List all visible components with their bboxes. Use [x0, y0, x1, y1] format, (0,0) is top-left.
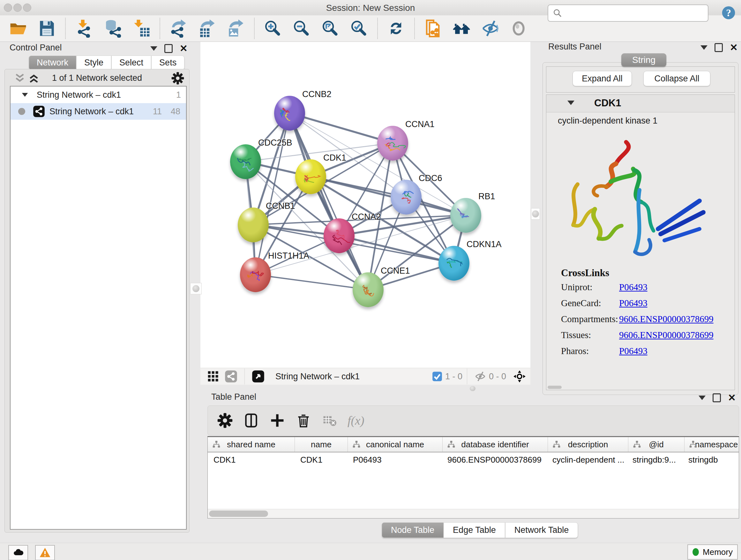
- details-scrollbar[interactable]: [548, 386, 562, 389]
- node-hist1h1a[interactable]: [240, 257, 271, 292]
- delete-table-button[interactable]: [321, 412, 338, 429]
- node-ccne1[interactable]: [353, 272, 384, 307]
- control-panel-close-button[interactable]: ✕: [180, 45, 188, 52]
- hidden-eye-icon[interactable]: [474, 370, 486, 382]
- zoom-fit-icon: [321, 19, 340, 38]
- results-panel-float-button[interactable]: [715, 43, 723, 52]
- string-homes-button[interactable]: [452, 18, 472, 38]
- network-options-gear-icon[interactable]: [172, 72, 184, 84]
- gene-name: CDK1: [594, 98, 621, 109]
- control-panel-menu-button[interactable]: [150, 46, 157, 51]
- zoom-out-button[interactable]: [292, 18, 312, 38]
- tab-node-table[interactable]: Node Table: [382, 522, 444, 538]
- column-header-description[interactable]: description: [548, 437, 628, 452]
- results-panel-menu-button[interactable]: [700, 45, 708, 50]
- delete-column-button[interactable]: [295, 412, 312, 429]
- network-row-selected[interactable]: String Network – cdk1 11 48: [10, 103, 186, 120]
- save-session-button[interactable]: [37, 18, 57, 38]
- collection-expand-icon[interactable]: [22, 93, 28, 97]
- crosslink-link[interactable]: 9606.ENSP00000378699: [619, 314, 714, 324]
- fit-content-crosshair-icon[interactable]: [513, 370, 526, 383]
- expand-all-button[interactable]: Expand All: [572, 71, 632, 86]
- export-image-button[interactable]: [226, 18, 246, 38]
- import-network-database-button[interactable]: [103, 18, 123, 38]
- zoom-in-button[interactable]: [263, 18, 283, 38]
- gene-entry-header[interactable]: CDK1: [546, 95, 735, 112]
- network-canvas[interactable]: CCNB2CCNA1CDC25BCDK1CDC6RB1CCNB1CCNA2CDK…: [200, 42, 530, 368]
- import-network-file-button[interactable]: [74, 18, 94, 38]
- network-collection-row[interactable]: String Network – cdk1 1: [10, 86, 186, 103]
- memory-button[interactable]: Memory: [687, 544, 738, 560]
- collapse-all-button[interactable]: Collapse All: [643, 71, 711, 86]
- column-header-database-identifier[interactable]: database identifier: [443, 437, 548, 452]
- tab-string[interactable]: String: [621, 53, 666, 67]
- show-columns-button[interactable]: [243, 412, 259, 429]
- control-panel-float-button[interactable]: [164, 44, 173, 53]
- zoom-fit-button[interactable]: [320, 18, 340, 38]
- table-options-button[interactable]: [217, 412, 233, 429]
- node-ccnb2[interactable]: [274, 96, 305, 131]
- network-list: String Network – cdk1 1 String Network –…: [10, 86, 187, 530]
- network-selection-status: 1 of 1 Network selected: [5, 73, 189, 83]
- folder-open-icon: [9, 19, 27, 38]
- create-column-button[interactable]: [269, 412, 286, 429]
- tab-select[interactable]: Select: [111, 56, 151, 70]
- left-splitter-handle[interactable]: [190, 283, 202, 294]
- bottom-splitter-handle[interactable]: [467, 386, 478, 391]
- column-header-shared-name[interactable]: shared name: [208, 437, 295, 452]
- column-header-canonical-name[interactable]: canonical name: [348, 437, 443, 452]
- node-ccnb1[interactable]: [238, 207, 269, 242]
- table-row[interactable]: CDK1CDK1P064939606.ENSP00000378699cyclin…: [208, 452, 739, 467]
- node-cdk1[interactable]: [295, 159, 326, 194]
- grid-view-icon[interactable]: [207, 370, 219, 383]
- tab-sets[interactable]: Sets: [151, 56, 185, 70]
- column-header--id[interactable]: @id: [628, 437, 684, 452]
- share-view-icon[interactable]: [225, 370, 238, 383]
- open-session-button[interactable]: [8, 18, 28, 38]
- crosslink-label: GeneCard:: [561, 298, 619, 308]
- node-rb1[interactable]: [450, 198, 481, 233]
- node-cdc6[interactable]: [391, 180, 421, 214]
- string-eye-button[interactable]: [509, 18, 529, 38]
- crosslink-link[interactable]: P06493: [619, 346, 648, 356]
- export-network-button[interactable]: [169, 18, 188, 38]
- table-panel-float-button[interactable]: [713, 393, 721, 402]
- results-panel-close-button[interactable]: ✕: [730, 44, 738, 51]
- warnings-button[interactable]: [35, 545, 55, 560]
- tab-network[interactable]: Network: [29, 56, 76, 70]
- string-document-button[interactable]: [423, 18, 443, 38]
- function-builder-button[interactable]: f(x): [347, 412, 364, 429]
- refresh-button[interactable]: [386, 18, 406, 38]
- cloud-status-button[interactable]: [8, 545, 28, 560]
- node-ccna1[interactable]: [377, 126, 408, 161]
- selected-checkbox-icon[interactable]: [432, 371, 443, 382]
- protein-structure-thumbnail: [238, 207, 269, 242]
- node-cdkn1a[interactable]: [439, 246, 469, 281]
- tab-edge-table[interactable]: Edge Table: [444, 522, 505, 538]
- crosslink-link[interactable]: P06493: [619, 282, 648, 293]
- protein-structure-thumbnail: [450, 198, 481, 233]
- table-panel-close-button[interactable]: ✕: [728, 394, 736, 401]
- birds-eye-view-icon[interactable]: [252, 370, 265, 383]
- node-ccna2[interactable]: [324, 219, 354, 253]
- import-table-button[interactable]: [131, 18, 151, 38]
- column-header-name[interactable]: name: [295, 437, 348, 452]
- zoom-selected-button[interactable]: [349, 18, 369, 38]
- crosslink-link[interactable]: P06493: [619, 298, 648, 308]
- right-splitter-handle[interactable]: [531, 208, 540, 220]
- tab-network-table[interactable]: Network Table: [505, 522, 578, 538]
- table-scrollbar-thumb[interactable]: [209, 510, 268, 517]
- help-button[interactable]: ?: [721, 5, 736, 20]
- table-panel-menu-button[interactable]: [698, 395, 705, 400]
- table-horizontal-scrollbar[interactable]: [208, 509, 739, 518]
- tab-style[interactable]: Style: [76, 56, 111, 70]
- search-input[interactable]: [563, 6, 708, 20]
- protein-structure-thumbnail: [295, 159, 326, 194]
- column-label: shared name: [227, 440, 275, 449]
- gene-collapse-icon[interactable]: [567, 101, 575, 105]
- export-table-button[interactable]: [197, 18, 217, 38]
- column-header-namespace[interactable]: namespace: [684, 437, 739, 452]
- crosslink-link[interactable]: 9606.ENSP00000378699: [619, 330, 714, 340]
- node-cdc25b[interactable]: [230, 144, 261, 179]
- string-eye-slash-button[interactable]: [481, 18, 500, 38]
